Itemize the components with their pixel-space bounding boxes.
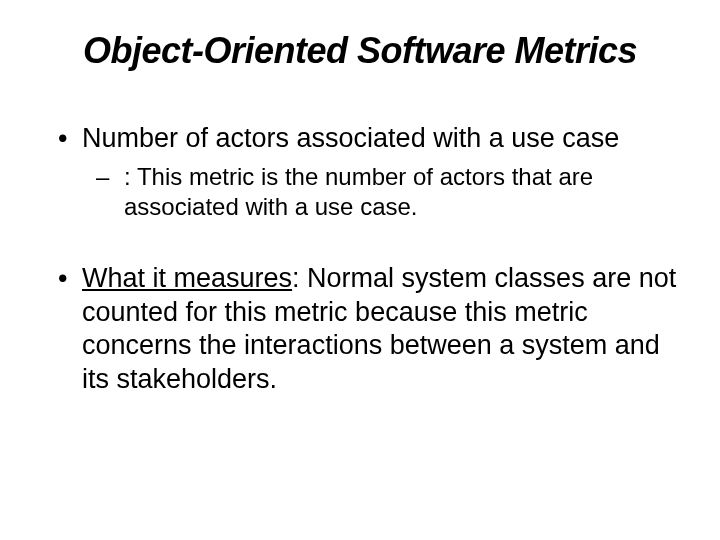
bullet-item-2: What it measures: Normal system classes … xyxy=(58,262,680,397)
bullet-1-text: Number of actors associated with a use c… xyxy=(82,123,619,153)
sub-bullet-1-1: : This metric is the number of actors th… xyxy=(96,162,680,222)
sub-bullet-1-1-text: : This metric is the number of actors th… xyxy=(124,163,593,220)
bullet-item-1: Number of actors associated with a use c… xyxy=(58,122,680,222)
slide-content: Number of actors associated with a use c… xyxy=(40,122,680,397)
bullet-2-label: What it measures xyxy=(82,263,292,293)
slide-title: Object-Oriented Software Metrics xyxy=(40,30,680,72)
